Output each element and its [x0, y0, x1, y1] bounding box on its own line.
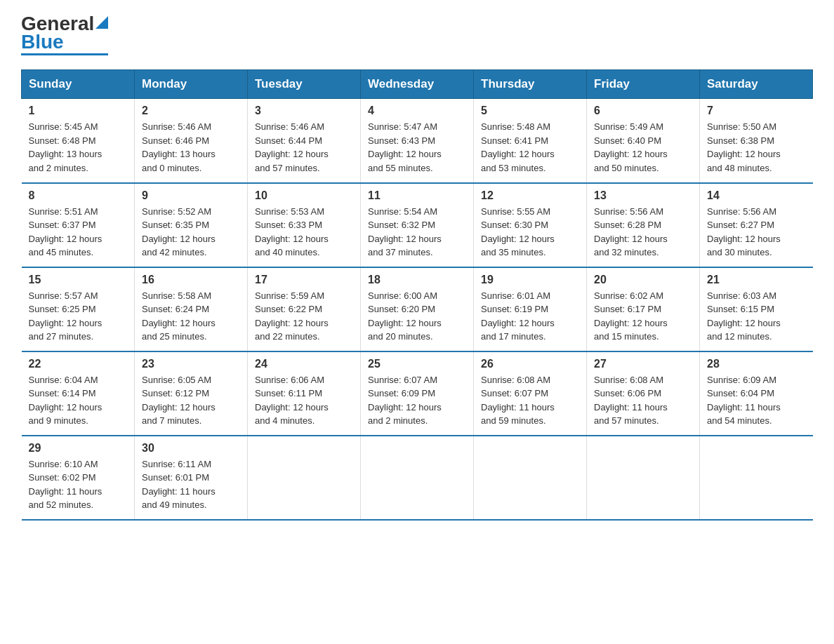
- day-number: 14: [707, 189, 806, 202]
- calendar-cell-1-0-0: 1Sunrise: 5:45 AM Sunset: 6:48 PM Daylig…: [22, 99, 135, 183]
- weekday-header-friday: Friday: [587, 70, 700, 99]
- calendar-cell-empty-4-6: [700, 436, 813, 520]
- day-info: Sunrise: 5:50 AM Sunset: 6:38 PM Dayligh…: [707, 120, 806, 175]
- day-number: 10: [255, 189, 353, 202]
- day-info: Sunrise: 6:10 AM Sunset: 6:02 PM Dayligh…: [29, 457, 128, 512]
- day-number: 19: [481, 274, 579, 286]
- day-number: 26: [481, 358, 579, 370]
- day-info: Sunrise: 5:56 AM Sunset: 6:28 PM Dayligh…: [594, 205, 692, 260]
- calendar-cell-22-3-0: 22Sunrise: 6:04 AM Sunset: 6:14 PM Dayli…: [22, 351, 135, 436]
- day-number: 20: [594, 274, 692, 286]
- svg-marker-0: [95, 16, 108, 29]
- day-info: Sunrise: 5:55 AM Sunset: 6:30 PM Dayligh…: [481, 205, 579, 260]
- day-info: Sunrise: 5:49 AM Sunset: 6:40 PM Dayligh…: [594, 120, 692, 175]
- calendar-cell-26-3-4: 26Sunrise: 6:08 AM Sunset: 6:07 PM Dayli…: [474, 351, 587, 436]
- day-info: Sunrise: 6:08 AM Sunset: 6:07 PM Dayligh…: [481, 373, 579, 428]
- week-row-1: 1Sunrise: 5:45 AM Sunset: 6:48 PM Daylig…: [22, 99, 813, 183]
- day-info: Sunrise: 6:00 AM Sunset: 6:20 PM Dayligh…: [368, 289, 466, 344]
- day-info: Sunrise: 5:47 AM Sunset: 6:43 PM Dayligh…: [368, 120, 466, 175]
- day-number: 9: [142, 189, 240, 202]
- day-info: Sunrise: 5:57 AM Sunset: 6:25 PM Dayligh…: [29, 289, 128, 344]
- day-info: Sunrise: 6:05 AM Sunset: 6:12 PM Dayligh…: [142, 373, 240, 428]
- weekday-header-wednesday: Wednesday: [361, 70, 474, 99]
- day-info: Sunrise: 5:46 AM Sunset: 6:44 PM Dayligh…: [255, 120, 353, 175]
- calendar-cell-19-2-4: 19Sunrise: 6:01 AM Sunset: 6:19 PM Dayli…: [474, 267, 587, 351]
- logo: General Blue: [21, 14, 108, 55]
- calendar-cell-3-0-2: 3Sunrise: 5:46 AM Sunset: 6:44 PM Daylig…: [248, 99, 361, 183]
- week-row-4: 22Sunrise: 6:04 AM Sunset: 6:14 PM Dayli…: [22, 351, 813, 436]
- day-info: Sunrise: 5:51 AM Sunset: 6:37 PM Dayligh…: [29, 205, 128, 260]
- weekday-header-thursday: Thursday: [474, 70, 587, 99]
- calendar-cell-4-0-3: 4Sunrise: 5:47 AM Sunset: 6:43 PM Daylig…: [361, 99, 474, 183]
- day-number: 4: [368, 105, 466, 117]
- day-info: Sunrise: 5:46 AM Sunset: 6:46 PM Dayligh…: [142, 120, 240, 175]
- calendar-cell-2-0-1: 2Sunrise: 5:46 AM Sunset: 6:46 PM Daylig…: [135, 99, 248, 183]
- day-info: Sunrise: 6:09 AM Sunset: 6:04 PM Dayligh…: [707, 373, 806, 428]
- calendar-cell-8-1-0: 8Sunrise: 5:51 AM Sunset: 6:37 PM Daylig…: [22, 183, 135, 267]
- calendar-cell-12-1-4: 12Sunrise: 5:55 AM Sunset: 6:30 PM Dayli…: [474, 183, 587, 267]
- calendar-table: SundayMondayTuesdayWednesdayThursdayFrid…: [21, 69, 813, 521]
- calendar-cell-30-4-1: 30Sunrise: 6:11 AM Sunset: 6:01 PM Dayli…: [135, 436, 248, 520]
- day-info: Sunrise: 5:59 AM Sunset: 6:22 PM Dayligh…: [255, 289, 353, 344]
- day-number: 13: [594, 189, 692, 202]
- day-number: 2: [142, 105, 240, 117]
- week-row-5: 29Sunrise: 6:10 AM Sunset: 6:02 PM Dayli…: [22, 436, 813, 520]
- week-row-2: 8Sunrise: 5:51 AM Sunset: 6:37 PM Daylig…: [22, 183, 813, 267]
- calendar-cell-29-4-0: 29Sunrise: 6:10 AM Sunset: 6:02 PM Dayli…: [22, 436, 135, 520]
- calendar-cell-25-3-3: 25Sunrise: 6:07 AM Sunset: 6:09 PM Dayli…: [361, 351, 474, 436]
- day-info: Sunrise: 6:08 AM Sunset: 6:06 PM Dayligh…: [594, 373, 692, 428]
- day-info: Sunrise: 6:02 AM Sunset: 6:17 PM Dayligh…: [594, 289, 692, 344]
- day-number: 1: [29, 105, 128, 117]
- day-info: Sunrise: 6:06 AM Sunset: 6:11 PM Dayligh…: [255, 373, 353, 428]
- calendar-cell-20-2-5: 20Sunrise: 6:02 AM Sunset: 6:17 PM Dayli…: [587, 267, 700, 351]
- day-number: 21: [707, 274, 806, 286]
- day-info: Sunrise: 6:01 AM Sunset: 6:19 PM Dayligh…: [481, 289, 579, 344]
- day-number: 5: [481, 105, 579, 117]
- day-info: Sunrise: 6:11 AM Sunset: 6:01 PM Dayligh…: [142, 457, 240, 512]
- day-info: Sunrise: 6:07 AM Sunset: 6:09 PM Dayligh…: [368, 373, 466, 428]
- calendar-cell-empty-4-3: [361, 436, 474, 520]
- week-row-3: 15Sunrise: 5:57 AM Sunset: 6:25 PM Dayli…: [22, 267, 813, 351]
- weekday-header-saturday: Saturday: [700, 70, 813, 99]
- calendar-cell-7-0-6: 7Sunrise: 5:50 AM Sunset: 6:38 PM Daylig…: [700, 99, 813, 183]
- day-number: 25: [368, 358, 466, 370]
- page-header: General Blue: [21, 14, 813, 55]
- day-info: Sunrise: 5:45 AM Sunset: 6:48 PM Dayligh…: [29, 120, 128, 175]
- day-info: Sunrise: 6:03 AM Sunset: 6:15 PM Dayligh…: [707, 289, 806, 344]
- day-number: 12: [481, 189, 579, 202]
- calendar-cell-11-1-3: 11Sunrise: 5:54 AM Sunset: 6:32 PM Dayli…: [361, 183, 474, 267]
- day-info: Sunrise: 5:54 AM Sunset: 6:32 PM Dayligh…: [368, 205, 466, 260]
- logo-underline: [21, 53, 108, 55]
- day-number: 3: [255, 105, 353, 117]
- day-number: 22: [29, 358, 128, 370]
- day-number: 17: [255, 274, 353, 286]
- weekday-header-sunday: Sunday: [22, 70, 135, 99]
- day-number: 27: [594, 358, 692, 370]
- logo-triangle-icon: [95, 16, 108, 29]
- calendar-cell-empty-4-4: [474, 436, 587, 520]
- day-number: 8: [29, 189, 128, 202]
- day-number: 29: [29, 442, 128, 455]
- day-info: Sunrise: 5:56 AM Sunset: 6:27 PM Dayligh…: [707, 205, 806, 260]
- calendar-cell-28-3-6: 28Sunrise: 6:09 AM Sunset: 6:04 PM Dayli…: [700, 351, 813, 436]
- calendar-cell-9-1-1: 9Sunrise: 5:52 AM Sunset: 6:35 PM Daylig…: [135, 183, 248, 267]
- calendar-cell-14-1-6: 14Sunrise: 5:56 AM Sunset: 6:27 PM Dayli…: [700, 183, 813, 267]
- day-number: 30: [142, 442, 240, 455]
- day-number: 6: [594, 105, 692, 117]
- day-info: Sunrise: 6:04 AM Sunset: 6:14 PM Dayligh…: [29, 373, 128, 428]
- calendar-cell-17-2-2: 17Sunrise: 5:59 AM Sunset: 6:22 PM Dayli…: [248, 267, 361, 351]
- day-info: Sunrise: 5:52 AM Sunset: 6:35 PM Dayligh…: [142, 205, 240, 260]
- weekday-header-monday: Monday: [135, 70, 248, 99]
- day-number: 24: [255, 358, 353, 370]
- calendar-cell-16-2-1: 16Sunrise: 5:58 AM Sunset: 6:24 PM Dayli…: [135, 267, 248, 351]
- calendar-cell-10-1-2: 10Sunrise: 5:53 AM Sunset: 6:33 PM Dayli…: [248, 183, 361, 267]
- day-number: 18: [368, 274, 466, 286]
- day-number: 7: [707, 105, 806, 117]
- calendar-cell-6-0-5: 6Sunrise: 5:49 AM Sunset: 6:40 PM Daylig…: [587, 99, 700, 183]
- day-number: 11: [368, 189, 466, 202]
- day-info: Sunrise: 5:48 AM Sunset: 6:41 PM Dayligh…: [481, 120, 579, 175]
- calendar-cell-empty-4-5: [587, 436, 700, 520]
- calendar-cell-23-3-1: 23Sunrise: 6:05 AM Sunset: 6:12 PM Dayli…: [135, 351, 248, 436]
- calendar-cell-27-3-5: 27Sunrise: 6:08 AM Sunset: 6:06 PM Dayli…: [587, 351, 700, 436]
- day-number: 16: [142, 274, 240, 286]
